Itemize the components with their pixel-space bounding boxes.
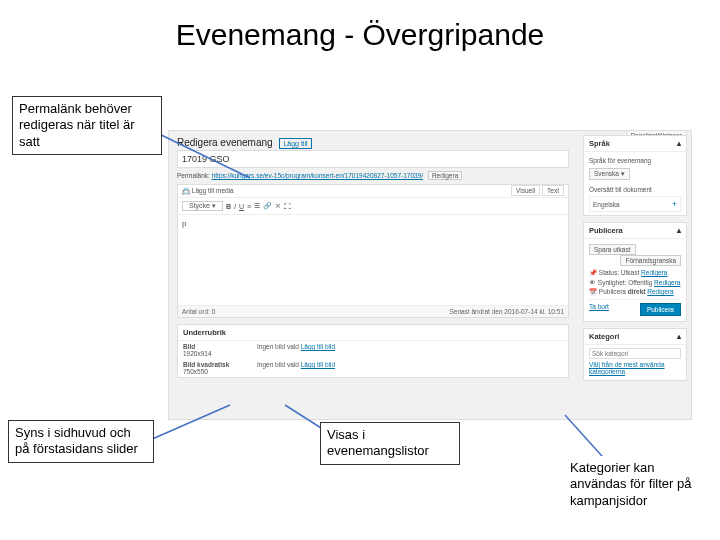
add-translation-icon[interactable]: + xyxy=(672,199,677,209)
link-icon[interactable]: 🔗 xyxy=(263,202,272,210)
edit-visibility-link[interactable]: Redigera xyxy=(654,279,680,286)
word-count: Antal ord: 0 xyxy=(182,308,215,315)
permalink-edit-button[interactable]: Redigera xyxy=(428,171,462,180)
tab-visual[interactable]: Visuell xyxy=(511,185,540,196)
italic-icon[interactable]: I xyxy=(234,203,236,210)
callout-categories: Kategorier kan användas för filter på ka… xyxy=(564,456,710,513)
chevron-up-icon[interactable]: ▴ xyxy=(677,332,681,341)
edit-schedule-link[interactable]: Redigera xyxy=(647,288,673,295)
last-edited: Senast ändrat den 2016-07-14 kl. 10:51 xyxy=(449,308,564,315)
language-select[interactable]: Svenska ▾ xyxy=(589,168,630,180)
language-metabox: Språk▴ Språk för evenemang Svenska ▾ Öve… xyxy=(583,135,687,216)
trash-link[interactable]: Ta bort xyxy=(589,303,609,310)
add-thumb-link[interactable]: Lägg till bild xyxy=(301,361,335,368)
edit-status-link[interactable]: Redigera xyxy=(641,269,667,276)
callout-header-image: Syns i sidhuvud och på förstasidans slid… xyxy=(8,420,154,463)
tab-text[interactable]: Text xyxy=(542,185,564,196)
bullet-list-icon[interactable]: ≡ xyxy=(247,203,251,210)
excerpt-metabox: Underrubrik Bild1920x914 Ingen bild vald… xyxy=(177,324,569,378)
svg-line-0 xyxy=(155,132,250,178)
callout-permalink: Permalänk behöver redigeras när titel är… xyxy=(12,96,162,155)
chevron-up-icon[interactable]: ▴ xyxy=(677,139,681,148)
callout-list-image: Visas i evenemangslistor xyxy=(320,422,460,465)
popular-categories-link[interactable]: Välj från de mest använda kategorierna xyxy=(589,361,665,375)
underline-icon[interactable]: U xyxy=(239,203,244,210)
svg-line-1 xyxy=(150,405,230,440)
slide-title: Evenemang - Övergripande xyxy=(0,0,720,60)
preview-button[interactable]: Förhandsgranska xyxy=(620,255,681,266)
chevron-up-icon[interactable]: ▴ xyxy=(677,226,681,235)
publish-button[interactable]: Publicera xyxy=(640,303,681,316)
save-draft-button[interactable]: Spara utkast xyxy=(589,244,636,255)
editor-body[interactable]: p xyxy=(178,215,568,305)
category-search-input[interactable] xyxy=(589,348,681,359)
bold-icon[interactable]: B xyxy=(226,203,231,210)
unlink-icon[interactable]: ⤫ xyxy=(275,202,281,210)
number-list-icon[interactable]: ☰ xyxy=(254,202,260,210)
content-editor: 📇 Lägg till media VisuellText Stycke ▾ B… xyxy=(177,184,569,318)
add-image-link[interactable]: Lägg till bild xyxy=(301,343,335,350)
publish-metabox: Publicera▴ Spara utkast Förhandsgranska … xyxy=(583,222,687,322)
editor-toolbar: Stycke ▾ B I U ≡ ☰ 🔗 ⤫ ⛶ xyxy=(178,198,568,215)
category-metabox: Kategori▴ Välj från de mest använda kate… xyxy=(583,328,687,381)
format-select[interactable]: Stycke ▾ xyxy=(182,201,223,211)
fullscreen-icon[interactable]: ⛶ xyxy=(284,203,291,210)
add-new-button[interactable]: Lägg till xyxy=(279,138,311,149)
